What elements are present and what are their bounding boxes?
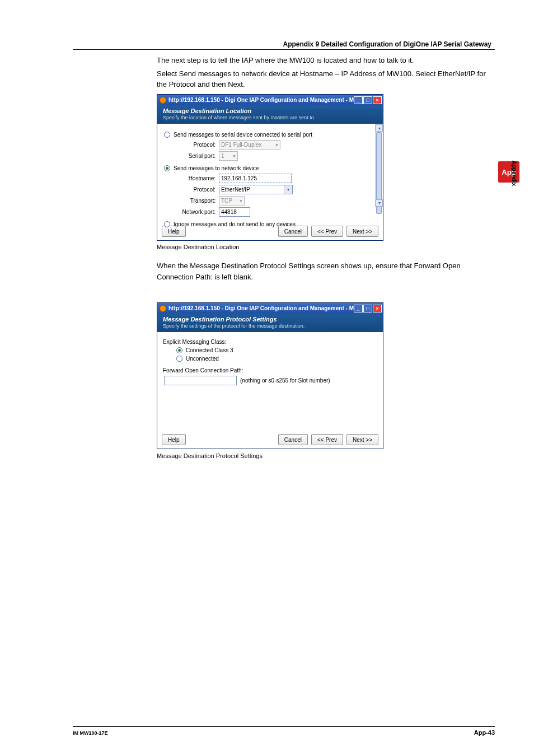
row-serial-protocol: Protocol: DF1 Full-Duplex ▾	[176, 140, 380, 150]
chevron-down-icon: ▾	[229, 153, 236, 159]
row-transport: Transport: TCP ▾	[176, 196, 380, 206]
minimize-button[interactable]: _	[354, 305, 363, 312]
transport-label: Transport:	[176, 198, 216, 204]
titlebar-1: http://192.168.1.150 - Digi One IAP Conf…	[157, 95, 383, 105]
hostname-input[interactable]	[219, 174, 292, 183]
mid-text: When the Message Destination Protocol Se…	[157, 260, 489, 282]
chevron-down-icon: ▾	[236, 198, 242, 204]
cancel-button[interactable]: Cancel	[278, 226, 308, 237]
footer-left: IM MW100-17E	[73, 730, 108, 736]
protocol-label: Protocol:	[176, 186, 216, 193]
firefox-icon	[160, 97, 166, 104]
next-button[interactable]: Next >>	[346, 434, 378, 445]
serial-port-select: 1 ▾	[219, 151, 238, 161]
footer-right: App-43	[474, 729, 495, 736]
radio-network[interactable]	[164, 165, 170, 171]
maximize-button[interactable]: □	[363, 305, 372, 312]
row-serial-port: Serial port: 1 ▾	[176, 151, 380, 161]
help-button[interactable]: Help	[162, 434, 186, 445]
cancel-button[interactable]: Cancel	[278, 434, 308, 445]
protocol-value: EtherNet/IP	[221, 186, 250, 193]
band-desc-2: Specify the settings of the protocol for…	[163, 323, 377, 329]
transport-select: TCP ▾	[219, 196, 245, 206]
band-1: Message Destination Location Specify the…	[157, 105, 383, 124]
mid-p1: When the Message Destination Protocol Se…	[157, 260, 489, 282]
focp-hint: (nothing or s0-s255 for Slot number)	[240, 377, 330, 384]
emc-opt1[interactable]: Connected Class 3	[176, 347, 380, 353]
band-desc-1: Specify the location of where messages s…	[163, 115, 377, 120]
emc-opt2-label: Unconnected	[186, 356, 219, 362]
intro-p2: Select Send messages to network device a…	[157, 68, 489, 90]
caption-1: Message Destination Location	[157, 244, 239, 250]
close-button[interactable]: ×	[373, 305, 382, 312]
chevron-down-icon: ▾	[272, 142, 278, 148]
intro-p1: The next step is to tell the IAP where t…	[157, 55, 489, 66]
serial-port-label: Serial port:	[176, 153, 216, 159]
help-button[interactable]: Help	[162, 226, 186, 237]
figure-msg-dest-location: http://192.168.1.150 - Digi One IAP Conf…	[157, 94, 383, 241]
serial-port-value: 1	[221, 153, 224, 159]
window-buttons-2: _ □ ×	[354, 305, 382, 312]
intro-text: The next step is to tell the IAP where t…	[157, 55, 489, 92]
hostname-label: Hostname:	[176, 175, 216, 181]
radio-connected[interactable]	[176, 347, 182, 353]
option-ignore-label: Ignore messages and do not send to any d…	[174, 221, 296, 227]
window-1: http://192.168.1.150 - Digi One IAP Conf…	[157, 94, 383, 241]
row-protocol: Protocol: EtherNet/IP ▾	[176, 185, 380, 194]
close-button[interactable]: ×	[373, 96, 382, 104]
window-title-1: http://192.168.1.150 - Digi One IAP Conf…	[168, 97, 354, 103]
next-button[interactable]: Next >>	[346, 226, 378, 237]
prev-button[interactable]: << Prev	[311, 226, 343, 237]
band-title-2: Message Destination Protocol Settings	[163, 316, 377, 323]
radio-ignore[interactable]	[164, 221, 170, 227]
window-title-2: http://192.168.1.150 - Digi One IAP Conf…	[168, 305, 354, 311]
option-serial-label: Send messages to serial device connected…	[174, 132, 312, 138]
row-netport: Network port:	[176, 207, 380, 217]
window-2: http://192.168.1.150 - Digi One IAP Conf…	[157, 302, 383, 449]
footer-rule	[73, 726, 495, 727]
scrollbar-1[interactable]: ▴ ▾	[375, 124, 382, 207]
option-network-label: Send messages to network device	[174, 165, 259, 171]
netport-input[interactable]	[219, 207, 250, 217]
emc-label: Explicit Messaging Class:	[163, 339, 380, 345]
emc-opt1-label: Connected Class 3	[186, 347, 233, 353]
radio-serial[interactable]	[164, 132, 170, 138]
titlebar-2: http://192.168.1.150 - Digi One IAP Conf…	[157, 303, 383, 314]
serial-protocol-label: Protocol:	[176, 142, 216, 148]
row-hostname: Hostname:	[176, 174, 380, 183]
option-ignore[interactable]: Ignore messages and do not send to any d…	[164, 221, 380, 227]
scroll-up-icon[interactable]: ▴	[376, 124, 383, 132]
chevron-down-icon[interactable]: ▾	[284, 185, 292, 194]
serial-protocol-value: DF1 Full-Duplex	[221, 142, 261, 148]
content-2: Explicit Messaging Class: Connected Clas…	[157, 332, 383, 432]
netport-label: Network port:	[176, 209, 216, 215]
option-serial[interactable]: Send messages to serial device connected…	[164, 132, 380, 138]
band-title-1: Message Destination Location	[163, 108, 377, 114]
figure-msg-dest-protocol: http://192.168.1.150 - Digi One IAP Conf…	[157, 302, 383, 449]
radio-unconnected[interactable]	[176, 356, 182, 362]
maximize-button[interactable]: □	[363, 96, 372, 104]
band-2: Message Destination Protocol Settings Sp…	[157, 314, 383, 332]
side-label: Appendix	[511, 160, 517, 186]
focp-input[interactable]	[164, 376, 237, 385]
option-network[interactable]: Send messages to network device	[164, 165, 380, 171]
header-rule	[73, 49, 495, 50]
prev-button[interactable]: << Prev	[311, 434, 343, 445]
firefox-icon	[160, 305, 166, 312]
caption-2: Message Destination Protocol Settings	[157, 452, 263, 459]
window-buttons-1: _ □ ×	[354, 96, 382, 104]
minimize-button[interactable]: _	[354, 96, 363, 104]
focp-label: Forward Open Connection Path:	[163, 367, 380, 374]
transport-value: TCP	[221, 198, 232, 204]
header-title: Appendix 9 Detailed Configuration of Dig…	[283, 40, 491, 48]
content-1: ▴ ▾ Send messages to serial device conne…	[157, 124, 383, 223]
scroll-down-icon[interactable]: ▾	[376, 199, 383, 207]
protocol-select[interactable]: EtherNet/IP ▾	[219, 185, 293, 194]
emc-opt2[interactable]: Unconnected	[176, 356, 380, 362]
serial-protocol-select: DF1 Full-Duplex ▾	[219, 140, 280, 150]
button-row-2: Help Cancel << Prev Next >>	[157, 432, 383, 449]
